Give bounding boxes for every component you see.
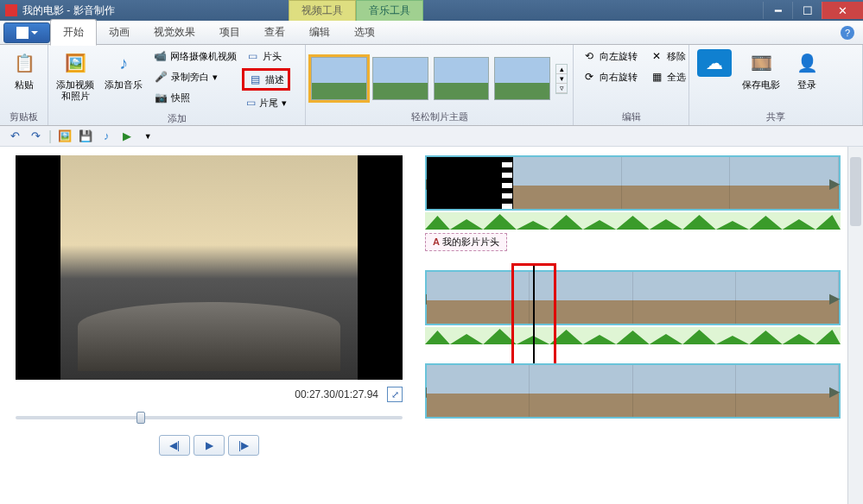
maximize-button[interactable]: ☐ xyxy=(792,2,822,19)
credits-button[interactable]: ▭片尾 ▾ xyxy=(242,94,290,111)
cloud-icon: ☁ xyxy=(697,49,732,77)
tab-home[interactable]: 开始 xyxy=(50,19,97,46)
tab-project[interactable]: 项目 xyxy=(207,20,252,45)
context-tab-audio-tools[interactable]: 音乐工具 xyxy=(356,0,423,22)
tabstrip: 开始 动画 视觉效果 项目 查看 编辑 选项 ? xyxy=(0,21,863,45)
ribbon: 📋 粘贴 剪贴板 🖼️ 添加视频 和照片 ♪ 添加音乐 📹网络摄像机视频 🎤录制… xyxy=(0,45,863,126)
caption-tag[interactable]: A 我的影片片头 xyxy=(425,233,507,251)
tab-options[interactable]: 选项 xyxy=(342,20,387,45)
video-segment-3b[interactable] xyxy=(530,365,632,417)
play-button[interactable]: ▶ xyxy=(194,435,225,456)
group-label-themes: 轻松制片主题 xyxy=(311,110,568,123)
narration-button[interactable]: 🎤录制旁白 ▾ xyxy=(150,68,237,85)
video-segment-3a[interactable] xyxy=(427,365,530,417)
select-all-button[interactable]: ▦全选 xyxy=(646,68,689,85)
context-tab-video-tools[interactable]: 视频工具 xyxy=(289,0,356,22)
theme-thumb-4[interactable] xyxy=(494,57,550,100)
file-icon xyxy=(16,27,29,39)
theme-thumb-3[interactable] xyxy=(434,57,490,100)
preview-pane: 00:27.30/01:27.94 ⤢ ◀| ▶ |▶ xyxy=(0,147,418,504)
group-label-edit: 编辑 xyxy=(579,110,683,123)
preview-frame[interactable] xyxy=(16,155,403,380)
clip-strip-3[interactable]: ▶ ▶ xyxy=(425,363,841,419)
user-icon: 👤 xyxy=(793,49,821,77)
minimize-button[interactable]: ━ xyxy=(763,2,792,19)
audio-track-1[interactable] xyxy=(425,212,841,230)
workspace: 00:27.30/01:27.94 ⤢ ◀| ▶ |▶ ▶ ▶ A 我的影片 xyxy=(0,147,863,504)
clip-trim-right-2[interactable]: ▶ xyxy=(828,272,841,324)
add-music-button[interactable]: ♪ 添加音乐 xyxy=(102,47,145,111)
selectall-icon: ▦ xyxy=(650,70,663,84)
window-title: 我的电影 - 影音制作 xyxy=(22,3,115,18)
quick-access-toolbar: ↶ ↷ | 🖼️ 💾 ♪ ▶ ▼ xyxy=(0,126,863,147)
save-movie-icon: 🎞️ xyxy=(747,49,775,77)
audio-track-2[interactable] xyxy=(425,327,841,344)
remove-button[interactable]: ✕移除 xyxy=(646,47,689,65)
signin-button[interactable]: 👤 登录 xyxy=(788,47,826,110)
seek-slider[interactable] xyxy=(16,413,403,423)
clip-strip-2[interactable]: ▶ ▶ xyxy=(425,270,841,325)
title-segment[interactable] xyxy=(427,157,513,209)
fullscreen-button[interactable]: ⤢ xyxy=(387,387,403,402)
snapshot-button[interactable]: 📷快照 xyxy=(150,89,237,106)
title-clip-button[interactable]: ▭片头 xyxy=(242,47,290,65)
clip-trim-right-3[interactable]: ▶ xyxy=(828,365,841,417)
credits-icon: ▭ xyxy=(245,96,256,110)
video-segment-2b[interactable] xyxy=(530,272,632,324)
group-label-share: 共享 xyxy=(695,110,857,123)
video-segment-3d[interactable] xyxy=(736,365,839,417)
preview-image xyxy=(60,155,358,380)
onedrive-button[interactable]: ☁ xyxy=(695,47,734,110)
prev-frame-button[interactable]: ◀| xyxy=(159,435,190,456)
video-segment-3c[interactable] xyxy=(633,365,736,417)
undo-button[interactable]: ↶ xyxy=(7,129,22,144)
clipboard-icon: 📋 xyxy=(10,49,38,77)
caption-button[interactable]: ▤描述 xyxy=(242,68,290,91)
rotate-left-button[interactable]: ⟲向左旋转 xyxy=(579,47,641,65)
caption-icon: ▤ xyxy=(248,72,262,86)
playhead-line[interactable] xyxy=(533,265,535,365)
clip-trim-right[interactable]: ▶ xyxy=(828,157,841,209)
tab-view[interactable]: 查看 xyxy=(252,20,297,45)
qa-music-icon[interactable]: ♪ xyxy=(98,129,114,144)
paste-label: 粘贴 xyxy=(15,79,34,91)
tab-animation[interactable]: 动画 xyxy=(97,20,142,45)
qa-play-icon[interactable]: ▶ xyxy=(119,129,135,144)
video-segment-1c[interactable] xyxy=(730,157,839,209)
redo-button[interactable]: ↷ xyxy=(28,129,43,144)
video-segment-2a[interactable] xyxy=(427,272,530,324)
paste-button[interactable]: 📋 粘贴 xyxy=(5,47,43,110)
group-label-clipboard: 剪贴板 xyxy=(5,110,42,123)
add-music-label: 添加音乐 xyxy=(105,79,143,91)
video-segment-1a[interactable] xyxy=(513,157,622,209)
theme-scroll[interactable]: ▴▾▿ xyxy=(555,64,568,94)
next-frame-button[interactable]: |▶ xyxy=(228,435,259,456)
video-segment-1b[interactable] xyxy=(622,157,731,209)
rotate-left-icon: ⟲ xyxy=(582,49,596,63)
add-video-photo-button[interactable]: 🖼️ 添加视频 和照片 xyxy=(54,47,97,111)
qa-photo-icon[interactable]: 🖼️ xyxy=(57,129,73,144)
clip-strip-1[interactable]: ▶ ▶ xyxy=(425,155,841,211)
theme-thumb-1[interactable] xyxy=(311,57,367,100)
webcam-icon: 📹 xyxy=(154,49,167,63)
vertical-scrollbar[interactable] xyxy=(847,147,863,504)
tab-visual-effects[interactable]: 视觉效果 xyxy=(142,20,207,45)
close-button[interactable]: ✕ xyxy=(822,2,863,19)
slider-thumb[interactable] xyxy=(136,412,145,424)
camera-icon: 📷 xyxy=(154,91,168,104)
qa-dropdown[interactable]: ▼ xyxy=(140,129,155,144)
rotate-right-button[interactable]: ⟳向右旋转 xyxy=(579,68,641,85)
clip-row-1: ▶ ▶ A 我的影片片头 xyxy=(425,155,841,251)
tab-edit[interactable]: 编辑 xyxy=(297,20,342,45)
video-segment-2c[interactable] xyxy=(633,272,736,324)
qa-save-icon[interactable]: 💾 xyxy=(78,129,93,144)
theme-thumb-2[interactable] xyxy=(372,57,428,100)
timeline-pane[interactable]: ▶ ▶ A 我的影片片头 ▶ ▶ xyxy=(418,147,863,504)
video-segment-2d[interactable] xyxy=(736,272,839,324)
file-menu-button[interactable] xyxy=(3,22,50,43)
rotate-right-icon: ⟳ xyxy=(582,70,596,84)
help-icon[interactable]: ? xyxy=(841,26,854,40)
remove-icon: ✕ xyxy=(650,49,663,63)
save-movie-button[interactable]: 🎞️ 保存电影 xyxy=(739,47,783,110)
webcam-button[interactable]: 📹网络摄像机视频 xyxy=(150,47,237,65)
